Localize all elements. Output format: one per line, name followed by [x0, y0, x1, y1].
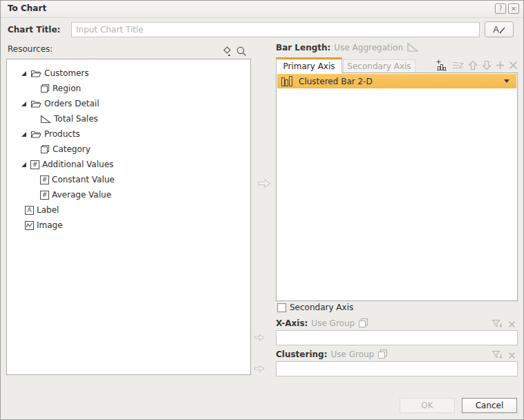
close-icon: ✕ — [511, 5, 516, 12]
tree-item-label: Products — [44, 129, 80, 139]
title-bar: To Chart ? ✕ — [1, 1, 523, 18]
tree-item-label: Category — [53, 144, 91, 154]
clustering-label: Clustering: — [276, 350, 327, 359]
expander-icon[interactable] — [20, 162, 27, 168]
move-to-xaxis-arrow-icon — [254, 333, 265, 344]
expander-icon[interactable] — [20, 131, 27, 137]
x-axis-header: X-Axis: Use Group — [276, 318, 368, 328]
image-icon — [25, 221, 34, 230]
search-icon[interactable] — [236, 46, 247, 59]
number-icon: # — [40, 191, 49, 200]
tree-item-customers[interactable]: Customers — [7, 66, 250, 81]
move-up-icon[interactable] — [468, 60, 478, 70]
clustering-use-group-hint: Use Group — [330, 350, 374, 359]
tab-label: Primary Axis — [283, 61, 335, 71]
move-to-clustering-arrow-icon — [254, 364, 265, 375]
filter-icon[interactable] — [492, 319, 503, 329]
font-letter-icon: A — [493, 24, 499, 35]
tree-item-label: Image — [37, 220, 63, 230]
move-to-axis-arrow-icon — [257, 178, 272, 191]
tab-secondary-axis[interactable]: Secondary Axis — [343, 59, 415, 73]
move-down-icon[interactable] — [482, 60, 492, 70]
x-axis-input[interactable] — [276, 330, 518, 345]
bar-length-label: Bar Length: — [276, 43, 330, 52]
use-group-icon[interactable] — [377, 349, 388, 359]
resources-tree: Customers Region Orders Detail — [6, 59, 251, 375]
tree-item-constant-value[interactable]: # Constant Value — [7, 172, 250, 187]
field-icon — [40, 144, 50, 154]
selected-series-row[interactable]: Clustered Bar 2-D — [277, 74, 516, 88]
x-axis-tools — [492, 319, 516, 329]
close-button[interactable]: ✕ — [508, 3, 519, 14]
clustered-bar-icon — [281, 76, 294, 86]
folder-icon — [30, 69, 41, 78]
expander-icon[interactable] — [20, 70, 27, 77]
tree-item-label: Total Sales — [54, 114, 98, 124]
dialog-title: To Chart — [8, 3, 46, 13]
tree-item-label: Customers — [44, 68, 89, 78]
sort-icon[interactable] — [223, 46, 233, 59]
tree-item-region[interactable]: Region — [7, 81, 250, 96]
tab-primary-axis[interactable]: Primary Axis — [276, 57, 342, 73]
measure-icon — [40, 115, 51, 124]
add-pane-icon[interactable] — [496, 61, 505, 70]
ok-button[interactable]: OK — [400, 398, 455, 413]
tree-item-image-element[interactable]: Image — [7, 218, 250, 233]
tree-item-label-element[interactable]: A Label — [7, 202, 250, 218]
clear-icon[interactable] — [508, 321, 516, 328]
clustering-input[interactable] — [276, 361, 518, 376]
field-icon — [40, 84, 50, 93]
label-icon: A — [25, 206, 34, 215]
clustering-header: Clustering: Use Group — [276, 349, 388, 359]
tree-item-label: Average Value — [52, 190, 111, 200]
cancel-button[interactable]: Cancel — [462, 398, 517, 413]
tree-item-average-value[interactable]: # Average Value — [7, 187, 250, 202]
secondary-axis-checkbox[interactable] — [277, 303, 286, 312]
add-series-icon[interactable] — [436, 59, 448, 71]
number-icon: # — [40, 175, 49, 184]
series-list: Clustered Bar 2-D — [276, 73, 518, 301]
x-axis-use-group-hint: Use Group — [311, 318, 355, 328]
resources-label: Resources: — [8, 44, 53, 54]
expander-icon[interactable] — [20, 101, 27, 107]
tree-item-orders-detail[interactable]: Orders Detail — [7, 96, 250, 111]
tree-item-label: Constant Value — [52, 175, 115, 184]
remove-pane-icon[interactable] — [509, 61, 518, 70]
axis-toolbar — [435, 59, 518, 71]
tree-item-category[interactable]: Category — [7, 142, 250, 157]
tree-item-label: Label — [37, 205, 59, 215]
pencil-icon — [499, 25, 505, 35]
folder-icon — [30, 99, 41, 108]
edit-list-icon[interactable] — [452, 60, 464, 70]
secondary-axis-option: Secondary Axis — [277, 303, 353, 312]
help-icon: ? — [498, 5, 502, 12]
x-axis-label: X-Axis: — [276, 318, 308, 328]
use-group-icon[interactable] — [358, 318, 368, 328]
filter-icon[interactable] — [492, 350, 503, 360]
tree-item-label: Orders Detail — [44, 99, 100, 108]
tab-label: Secondary Axis — [347, 61, 411, 71]
use-aggregation-hint: Use Aggregation — [334, 43, 403, 52]
tree-item-total-sales[interactable]: Total Sales — [7, 111, 250, 126]
chart-title-label: Chart Title: — [8, 25, 60, 35]
aggregation-measure-icon — [406, 42, 419, 52]
dropdown-caret-icon[interactable] — [504, 79, 509, 83]
tree-item-label: Region — [53, 84, 81, 93]
font-style-button[interactable]: A — [485, 21, 514, 37]
clear-icon[interactable] — [508, 352, 516, 359]
folder-icon — [30, 130, 41, 139]
help-button[interactable]: ? — [495, 3, 506, 14]
bar-length-header: Bar Length: Use Aggregation — [276, 42, 419, 52]
secondary-axis-checkbox-label: Secondary Axis — [290, 303, 353, 312]
clustering-tools — [492, 350, 516, 360]
tree-item-additional-values[interactable]: # Additional Values — [7, 157, 250, 172]
tree-item-products[interactable]: Products — [7, 126, 250, 142]
tree-item-label: Additional Values — [42, 160, 113, 169]
chart-title-input[interactable] — [71, 22, 480, 37]
to-chart-dialog: To Chart ? ✕ Chart Title: A Resources: — [0, 0, 524, 420]
number-icon: # — [30, 160, 39, 169]
selected-series-label: Clustered Bar 2-D — [299, 77, 373, 86]
